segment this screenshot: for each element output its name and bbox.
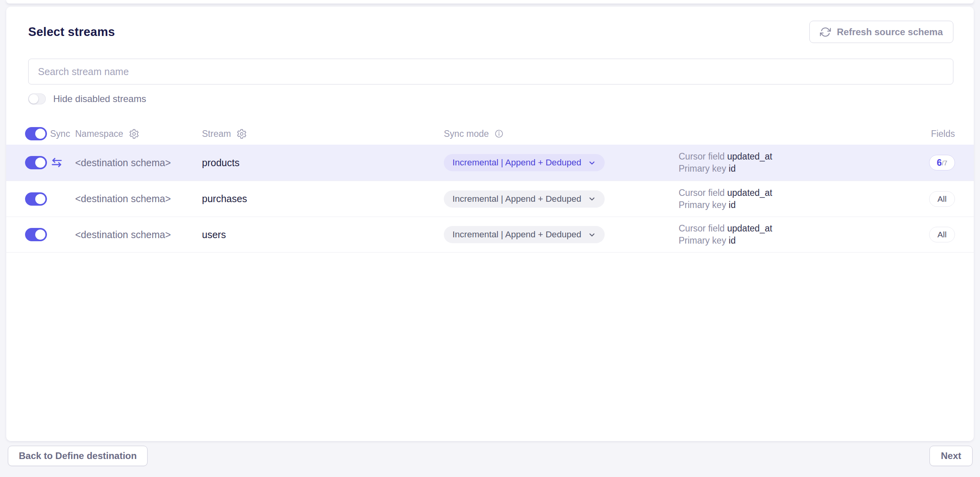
next-button[interactable]: Next (930, 446, 973, 466)
sync-mode-value: Incremental | Append + Deduped (452, 194, 581, 204)
previous-card-bottom-edge (6, 0, 974, 4)
page-title: Select streams (28, 25, 115, 39)
primary-key-line: Primary key id (679, 199, 908, 211)
namespace-value: <destination schema> (75, 229, 171, 240)
sync-mode-select[interactable]: Incremental | Append + Deduped (444, 154, 605, 171)
toggle-knob (35, 230, 45, 240)
sync-mode-column-header: Sync mode (444, 129, 489, 139)
stream-name: purchases (202, 193, 247, 204)
back-to-define-destination-button[interactable]: Back to Define destination (8, 446, 148, 466)
fields-column-header: Fields (908, 129, 955, 139)
sync-mode-select[interactable]: Incremental | Append + Deduped (444, 226, 605, 243)
chevron-down-icon (588, 231, 596, 239)
stream-name: users (202, 229, 226, 240)
toggle-knob (35, 129, 45, 139)
sync-toggle-users[interactable] (25, 228, 47, 241)
table-header-row: Sync Namespace Stream (6, 123, 974, 145)
sync-toggle-products[interactable] (25, 156, 47, 169)
primary-key-line: Primary key id (679, 235, 908, 247)
fields-all-badge[interactable]: All (929, 227, 955, 242)
fields-count-badge[interactable]: 6 /7 (929, 155, 955, 170)
chevron-down-icon (588, 159, 596, 167)
namespace-settings-gear-icon[interactable] (129, 129, 139, 139)
search-input[interactable] (28, 59, 953, 84)
card-header: Select streams Refresh source schema (6, 7, 974, 43)
toggle-knob (35, 194, 45, 204)
toggle-knob (29, 94, 38, 104)
namespace-value: <destination schema> (75, 157, 171, 169)
sync-mode-select[interactable]: Incremental | Append + Deduped (444, 190, 605, 208)
stream-row-products[interactable]: <destination schema> products Incrementa… (6, 145, 974, 181)
hide-disabled-row: Hide disabled streams (28, 92, 952, 106)
select-streams-card: Select streams Refresh source schema Hid… (6, 7, 974, 441)
namespace-value: <destination schema> (75, 193, 171, 204)
stream-row-purchases[interactable]: <destination schema> purchases Increment… (6, 181, 974, 217)
sync-mode-value: Incremental | Append + Deduped (452, 230, 581, 240)
sync-column-header: Sync (50, 129, 75, 139)
refresh-icon (820, 27, 831, 38)
stream-name: products (202, 157, 240, 169)
sync-mode-value: Incremental | Append + Deduped (452, 158, 581, 168)
refresh-button-label: Refresh source schema (837, 27, 943, 38)
sync-all-toggle[interactable] (25, 127, 47, 140)
sync-toggle-purchases[interactable] (25, 192, 47, 206)
cursor-field-line: Cursor field updated_at (679, 187, 908, 199)
primary-key-line: Primary key id (679, 163, 908, 175)
stream-settings-gear-icon[interactable] (236, 129, 247, 139)
sync-mode-info-icon[interactable] (494, 129, 504, 138)
toggle-knob (35, 158, 45, 168)
refresh-source-schema-button[interactable]: Refresh source schema (809, 21, 953, 43)
swap-arrows-icon (50, 156, 75, 169)
select-streams-screen: Select streams Refresh source schema Hid… (0, 0, 980, 477)
stream-row-users[interactable]: <destination schema> users Incremental |… (6, 217, 974, 253)
chevron-down-icon (588, 195, 596, 203)
cursor-field-line: Cursor field updated_at (679, 222, 908, 235)
hide-disabled-toggle[interactable] (28, 93, 46, 104)
hide-disabled-label: Hide disabled streams (53, 93, 146, 104)
cursor-field-line: Cursor field updated_at (679, 151, 908, 163)
stream-column-header: Stream (202, 129, 231, 139)
namespace-column-header: Namespace (75, 129, 123, 139)
fields-all-badge[interactable]: All (929, 191, 955, 207)
